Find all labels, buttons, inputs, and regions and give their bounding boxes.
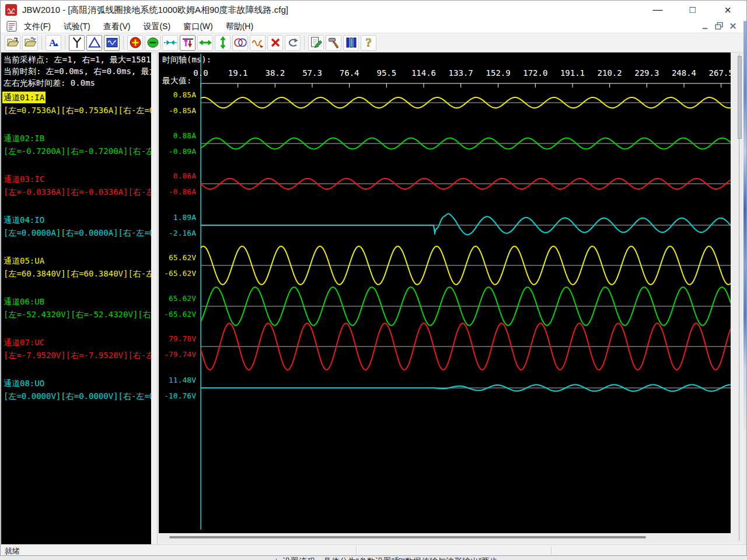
background-text: ）设置流程，具体分为“参数设置”和“数据传输与波形输出”两步。 [274,556,506,560]
expand-vertical-button[interactable] [215,35,231,51]
vertical-scrollbar-thumb[interactable] [738,56,742,139]
channel-label-UA[interactable]: 通道05:UA [4,255,44,267]
channel-label-IB[interactable]: 通道02:IB [4,132,44,144]
time-tick-label-0: 0.0 [193,68,208,78]
waveform-canvas[interactable]: 时间轴(ms): 最大值: 0.019.138.257.376.495.5114… [159,52,731,533]
close-button[interactable]: × [714,0,741,20]
channel-cursor-values-IC: [左=-0.0336A][右=-0.0336A][右-左=0.0000A] [4,186,151,198]
letter-a-icon: A [47,36,61,50]
toolbar-separator [123,36,124,50]
menu-3[interactable]: 设置(S) [137,20,177,33]
channel-label-IA[interactable]: 通道01:IA [2,92,46,103]
zoom-out-button[interactable] [145,35,160,51]
status-pane-separator [356,547,357,555]
cursor-diff-info: 左右光标时间差: 0.0ms [4,77,95,89]
max-value-UC: 79.78V [159,335,196,343]
wave-screen-button[interactable] [104,35,120,51]
time-tick-label-2: 38.2 [265,68,285,78]
zoom-out-icon [146,36,160,50]
time-tick-label-1: 19.1 [228,68,248,78]
vertical-scrollbar[interactable] [731,52,742,543]
time-tick-label-11: 210.2 [598,68,622,78]
channel-info-panel[interactable]: 当前采样点: 左=1, 右=1, 最大=15810 当前时刻: 左=0.0ms,… [1,52,151,544]
data-list-button[interactable] [343,35,359,51]
tools-button[interactable] [326,35,341,51]
open-file-button[interactable] [5,35,20,51]
wave-select-icon [251,36,265,50]
expand-horizontal-button[interactable] [197,35,213,51]
help-icon: ? [362,36,376,50]
time-tick-label-3: 57.3 [302,68,322,78]
minimize-button[interactable]: — [644,0,671,20]
undo-icon [286,36,300,50]
time-tick-label-10: 191.1 [560,68,585,78]
help-button[interactable]: ? [361,35,376,51]
panel-splitter[interactable] [151,52,158,544]
zoom-in-button[interactable] [127,35,143,51]
toolbar-separator [41,36,42,50]
wave-screen-icon [105,36,119,50]
time-tick-label-8: 152.9 [486,68,511,78]
waveform-panel: 时间轴(ms): 最大值: 0.019.138.257.376.495.5114… [158,52,743,544]
delete-button[interactable] [267,35,283,51]
min-value-IC: -0.86A [159,188,196,196]
wave-select-button[interactable] [250,35,266,51]
expand-v-icon [216,36,230,50]
channel-label-UO[interactable]: 通道08:UO [4,377,44,389]
edit-icon [309,36,323,50]
menu-0[interactable]: 文件(F) [18,20,57,33]
time-tick-label-6: 114.6 [411,68,436,78]
time-tick-label-14: 267.5 [709,68,731,78]
max-value-IA: 0.85A [159,91,196,99]
channel-label-UC[interactable]: 通道07:UC [4,337,44,348]
channel-cursor-values-UB: [左=-52.4320V][右=-52.4320V][右-左=0.0000V] [4,309,151,320]
horizontal-scrollbar[interactable] [159,533,731,543]
waveform-IO [201,214,731,235]
status-pane-separator [551,547,552,555]
mdi-minimize-button[interactable] [700,22,710,30]
min-value-UO: -10.76V [159,392,196,400]
document-icon [6,20,18,32]
overlay-waves-button[interactable] [232,35,248,51]
overlay-waves-icon [233,36,247,50]
open-wave-button[interactable] [22,35,38,51]
title-bar: JBW2010 - [高阻消弧线圈接地系统1000欧姆A相90度非故障线路.cf… [0,0,747,20]
expand-h-icon [198,36,212,50]
time-tick-label-13: 248.4 [672,68,696,78]
data-bars-icon [344,36,358,50]
mdi-close-button[interactable] [728,22,738,30]
cursor-move-button[interactable] [180,35,196,51]
background-window-edge [743,21,747,429]
channel-font-button[interactable]: A [46,35,61,51]
channel-label-IC[interactable]: 通道03:IC [4,173,44,185]
menu-5[interactable]: 帮助(H) [219,20,260,33]
mdi-restore-button[interactable] [714,22,724,30]
svg-text:A: A [49,37,57,48]
max-value-UA: 65.62V [159,254,196,262]
menu-4[interactable]: 窗口(W) [177,20,219,33]
compress-time-button[interactable] [162,35,178,51]
maximize-button[interactable]: □ [679,0,706,20]
wye-view-button[interactable] [69,35,85,51]
time-tick-label-5: 95.5 [376,68,396,78]
window-title: JBW2010 - [高阻消弧线圈接地系统1000欧姆A相90度非故障线路.cf… [22,5,288,16]
toolbar-separator [65,36,65,50]
status-message: 就绪 [5,546,20,556]
channel-label-IO[interactable]: 通道04:IO [4,214,44,226]
horizontal-scrollbar-thumb[interactable] [169,536,646,538]
app-icon [5,4,17,16]
delta-view-button[interactable] [86,35,102,51]
max-value-IB: 0.88A [159,132,196,140]
open-wave-icon [23,36,37,50]
max-value-UO: 11.48V [159,376,196,384]
edit-params-button[interactable] [308,35,324,51]
menu-1[interactable]: 试验(T) [57,20,97,33]
undo-button[interactable] [285,35,301,51]
current-time-info: 当前时刻: 左=0.0ms, 右=0.0ms, 最大 [4,65,151,77]
background-window-text-sliver: ）设置流程，具体分为“参数设置”和“数据传输与波形输出”两步。 [0,556,747,560]
menu-items: 文件(F)试验(T)查看(V)设置(S)窗口(W)帮助(H) [18,20,260,33]
time-tick-label-9: 172.0 [523,68,547,78]
menu-2[interactable]: 查看(V) [97,20,137,33]
channel-label-UB[interactable]: 通道06:UB [4,296,44,307]
zoom-in-icon [128,36,142,50]
